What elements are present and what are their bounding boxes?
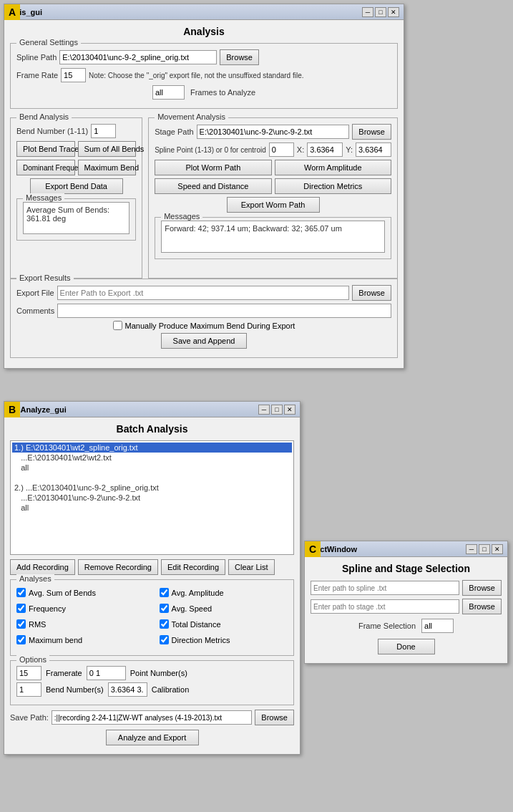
select-close-btn[interactable]: ✕	[492, 544, 503, 554]
maximum-bend-checkbox[interactable]	[16, 635, 26, 644]
batch-minimize-btn[interactable]: ─	[258, 405, 270, 415]
edit-recording-btn[interactable]: Edit Recording	[161, 559, 225, 575]
rms-checkbox[interactable]	[16, 619, 26, 629]
select-content: Spline and Stage Selection Browse Browse…	[305, 557, 507, 663]
y-input[interactable]	[356, 142, 391, 157]
avg-speed-checkbox[interactable]	[160, 604, 169, 613]
analyze-export-btn[interactable]: Analyze and Export	[106, 730, 199, 745]
general-settings-group: General Settings Spline Path Browse Fram…	[10, 43, 398, 109]
manually-produce-checkbox[interactable]	[113, 321, 122, 330]
analysis-close-btn[interactable]: ✕	[388, 7, 399, 17]
window-c-badge: C	[305, 541, 321, 557]
analysis-heading: Analysis	[10, 26, 398, 37]
total-distance-checkbox[interactable]	[160, 619, 169, 629]
stage-browse-btn[interactable]: Browse	[352, 124, 391, 140]
direction-metrics-row: Direction Metrics	[160, 635, 288, 644]
avg-sum-bends-checkbox[interactable]	[16, 588, 26, 597]
framerate-label: Framerate	[46, 669, 82, 677]
select-titlebar: electWindow ─ □ ✕	[305, 541, 507, 557]
save-path-row: Save Path: Browse	[10, 710, 294, 725]
comments-input[interactable]	[57, 304, 391, 318]
window-b-badge: B	[4, 402, 20, 417]
dominant-freq-btn[interactable]: Dominant Frequency and RMS	[16, 160, 75, 175]
stage-path-select-input[interactable]	[311, 599, 459, 614]
calibration-input[interactable]	[108, 682, 147, 697]
list-item[interactable]: ...E:\20130401\unc-9-2\unc-9-2.txt	[12, 493, 292, 503]
plot-bend-trace-btn[interactable]: Plot Bend Trace	[16, 141, 75, 157]
spline-path-select-row: Browse	[311, 580, 502, 596]
add-recording-btn[interactable]: Add Recording	[10, 559, 75, 575]
list-item[interactable]: all	[12, 503, 292, 513]
done-btn[interactable]: Done	[378, 639, 435, 654]
manually-produce-label: Manually Produce Maximum Bend During Exp…	[125, 322, 295, 330]
export-worm-path-btn[interactable]: Export Worm Path	[227, 197, 320, 213]
list-item[interactable]	[12, 473, 292, 483]
bend-number-row: Bend Number (1-11)	[16, 124, 136, 138]
remove-recording-btn[interactable]: Remove Recording	[78, 559, 158, 575]
bend-number-batch-input[interactable]	[16, 682, 41, 697]
export-file-browse-btn[interactable]: Browse	[352, 285, 391, 301]
stage-path-input[interactable]	[197, 125, 350, 139]
direction-metrics-checkbox[interactable]	[160, 635, 169, 644]
export-file-input[interactable]	[57, 286, 350, 300]
batch-content: Batch Analysis 1.) E:\20130401\wt2_splin…	[4, 417, 300, 754]
avg-sum-bends-row: Avg. Sum of Bends	[16, 588, 145, 597]
bend-messages-text: Average Sum of Bends: 361.81 deg	[26, 206, 109, 223]
list-item[interactable]: 2.) ...E:\20130401\unc-9-2_spline_orig.t…	[12, 483, 292, 493]
frame-selection-input[interactable]	[421, 619, 454, 633]
sum-all-bends-btn[interactable]: Sum of All Bends	[78, 141, 137, 157]
batch-maximize-btn[interactable]: □	[271, 405, 283, 415]
bend-analysis-col: Bend Analysis Bend Number (1-11) Plot Be…	[10, 113, 142, 274]
x-input[interactable]	[307, 142, 343, 157]
select-maximize-btn[interactable]: □	[479, 544, 490, 554]
bend-messages-group: Messages Average Sum of Bends: 361.81 de…	[16, 198, 136, 241]
spline-browse-btn[interactable]: Browse	[220, 49, 259, 65]
maximum-bend-btn[interactable]: Maximum Bend	[78, 160, 137, 175]
bend-messages-box: Average Sum of Bends: 361.81 deg	[23, 202, 130, 234]
clear-list-btn[interactable]: Clear List	[228, 559, 274, 575]
movement-btn-row1: Plot Worm Path Worm Amplitude	[155, 160, 391, 175]
direction-metrics-btn[interactable]: Direction Metrics	[275, 178, 391, 194]
analysis-minimize-btn[interactable]: ─	[362, 7, 373, 17]
frames-input[interactable]	[152, 85, 185, 100]
frequency-checkbox[interactable]	[16, 604, 26, 613]
point-number-input[interactable]	[87, 666, 126, 680]
speed-distance-btn[interactable]: Speed and Distance	[155, 178, 271, 194]
worm-amplitude-btn[interactable]: Worm Amplitude	[275, 160, 391, 175]
rms-label: RMS	[29, 620, 46, 629]
analysis-window: A lysis_gui ─ □ ✕ Analysis General Setti…	[4, 4, 404, 369]
stage-browse-select-btn[interactable]: Browse	[462, 599, 502, 614]
list-item[interactable]: 1.) E:\20130401\wt2_spline_orig.txt	[12, 443, 292, 453]
save-append-btn[interactable]: Save and Append	[161, 333, 247, 349]
save-path-browse-btn[interactable]: Browse	[255, 710, 294, 725]
avg-amplitude-checkbox[interactable]	[160, 588, 169, 597]
bend-number-input[interactable]	[91, 124, 116, 138]
spline-path-input[interactable]	[59, 50, 217, 64]
analysis-content: Analysis General Settings Spline Path Br…	[4, 20, 404, 368]
avg-amplitude-label: Avg. Amplitude	[172, 589, 224, 597]
window-a-badge: A	[4, 4, 20, 20]
spline-path-select-input[interactable]	[311, 581, 459, 595]
avg-speed-row: Avg. Speed	[160, 604, 288, 613]
list-item[interactable]: all	[12, 463, 292, 473]
batch-list-box[interactable]: 1.) E:\20130401\wt2_spline_orig.txt ...E…	[10, 440, 294, 555]
select-minimize-btn[interactable]: ─	[466, 544, 477, 554]
save-path-input[interactable]	[52, 710, 252, 725]
batch-heading: Batch Analysis	[10, 423, 294, 435]
plot-worm-path-btn[interactable]: Plot Worm Path	[155, 160, 271, 175]
analysis-maximize-btn[interactable]: □	[375, 7, 386, 17]
spline-point-label: Spline Point (1-13) or 0 for centroid	[155, 146, 266, 154]
list-item[interactable]: ...E:\20130401\wt2\wt2.txt	[12, 453, 292, 463]
export-worm-center: Export Worm Path	[155, 197, 391, 213]
batch-close-btn[interactable]: ✕	[284, 405, 295, 415]
spline-browse-select-btn[interactable]: Browse	[462, 580, 502, 596]
frame-rate-input[interactable]	[61, 68, 86, 82]
framerate-input[interactable]	[16, 666, 41, 680]
bend-btn-row2: Dominant Frequency and RMS Maximum Bend	[16, 160, 136, 175]
export-bend-btn[interactable]: Export Bend Data	[30, 178, 123, 194]
options-label: Options	[16, 655, 49, 664]
batch-titlebar: tchAnalyze_gui ─ □ ✕	[4, 402, 300, 417]
spline-point-input[interactable]	[269, 142, 294, 157]
spline-path-row: Spline Path Browse	[16, 49, 391, 65]
bend-btn-row1: Plot Bend Trace Sum of All Bends	[16, 141, 136, 157]
